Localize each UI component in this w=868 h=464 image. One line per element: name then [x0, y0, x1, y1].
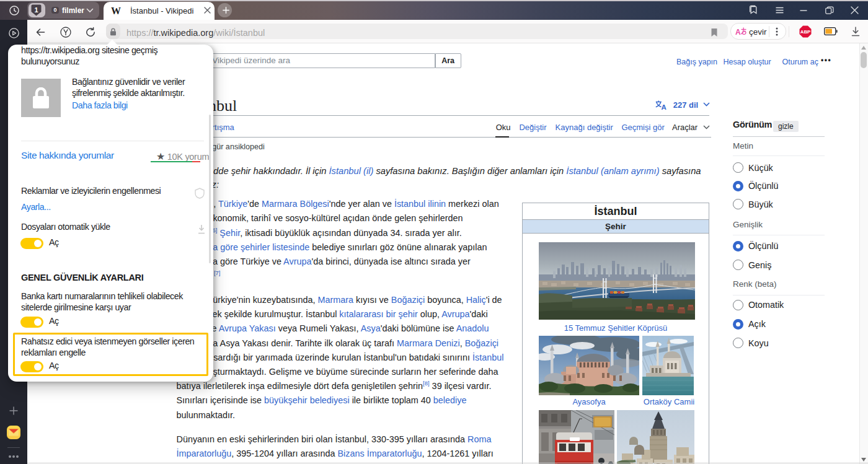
svg-text:A: A: [735, 28, 741, 37]
svg-text:A: A: [662, 103, 666, 110]
svg-text:ABP: ABP: [800, 29, 810, 35]
svg-text:1: 1: [34, 6, 38, 14]
